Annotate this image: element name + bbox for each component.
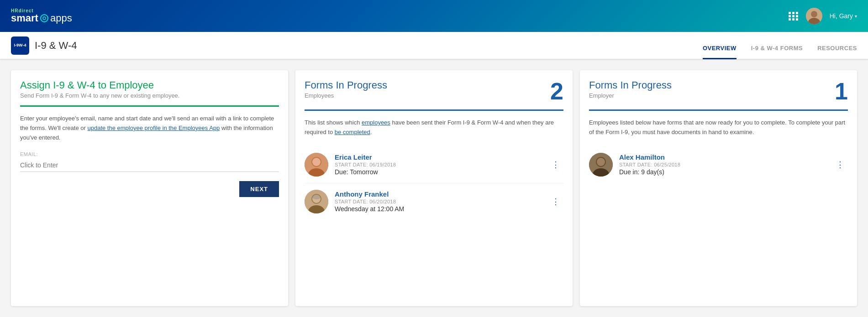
user-greeting[interactable]: Hi, Gary ▾ [830,12,857,20]
logo-circle-icon [40,14,48,22]
more-icon[interactable]: ⋮ [832,158,848,171]
logo-smartapps: smart apps [11,13,72,23]
page-title: I-9 & W-4 [35,40,77,52]
progress-employer-title: Forms In Progress [589,79,672,91]
progress-employer-description: Employees listed below have forms that a… [589,118,848,137]
app-title-area: I-9 W-4 I-9 & W-4 [11,36,77,55]
employee-start-date: START DATE: 06/25/2018 [619,162,832,167]
progress-employer-title-row: Forms In Progress Employer 1 [589,79,848,103]
employee-name: Anthony Frankel [335,190,548,198]
employee-start-date: START DATE: 06/19/2018 [335,162,548,167]
employee-name: Erica Leiter [335,153,548,161]
employee-info: Alex Hamilton START DATE: 06/25/2018 Due… [619,153,832,176]
progress-employer-card: Forms In Progress Employer 1 Employees l… [580,70,857,306]
header-right: Hi, Gary ▾ [789,8,857,24]
progress-employer-subtitle: Employer [589,92,672,99]
chevron-down-icon: ▾ [855,14,857,19]
progress-employer-count: 1 [835,79,848,103]
avatar[interactable] [806,8,822,24]
assign-card-body: Enter your employee's email, name and st… [11,107,288,306]
subheader: I-9 W-4 I-9 & W-4 OVERVIEW I-9 & W-4 FOR… [0,32,868,59]
avatar [305,190,328,213]
grid-icon[interactable] [789,12,799,21]
avatar [589,153,613,177]
more-icon[interactable]: ⋮ [548,158,563,171]
assign-card: Assign I-9 & W-4 to Employee Send Form I… [11,70,288,306]
assign-title-row: Assign I-9 & W-4 to Employee Send Form I… [20,79,279,99]
svg-point-12 [312,195,321,199]
svg-point-16 [597,158,605,166]
progress-employees-count: 2 [550,79,563,103]
tab-resources[interactable]: RESOURCES [817,45,857,59]
svg-point-0 [43,17,46,20]
list-item: Anthony Frankel START DATE: 06/20/2018 W… [305,183,563,220]
progress-employees-description: This list shows which employees have bee… [305,118,563,137]
progress-employees-card: Forms In Progress Employees 2 This list … [295,70,573,306]
tab-overview[interactable]: OVERVIEW [703,45,736,59]
assign-card-subtitle: Send Form I-9 & Form W-4 to any new or e… [20,92,179,99]
avatar [305,153,328,177]
progress-employer-body: Employees listed below have forms that a… [580,111,857,306]
logo-apps-text: apps [50,13,72,23]
logo-area: HRdirect smart apps [11,9,72,23]
logo-smart-text: smart [11,13,38,23]
update-link[interactable]: update the employee profile in the Emplo… [87,125,220,131]
progress-employees-header: Forms In Progress Employees 2 [295,70,573,111]
progress-employees-subtitle: Employees [305,92,387,99]
assign-card-header: Assign I-9 & W-4 to Employee Send Form I… [11,70,288,107]
assign-card-title: Assign I-9 & W-4 to Employee [20,79,179,91]
progress-employees-body: This list shows which employees have bee… [295,111,573,306]
employee-info: Anthony Frankel START DATE: 06/20/2018 W… [335,190,548,213]
employee-name: Alex Hamilton [619,153,832,161]
progress-employees-title: Forms In Progress [305,79,387,91]
svg-point-2 [811,11,817,17]
email-field-group: EMAIL: [20,151,279,172]
tab-forms[interactable]: I-9 & W-4 FORMS [751,45,803,59]
main-content: Assign I-9 & W-4 to Employee Send Form I… [0,59,868,317]
employee-info: Erica Leiter START DATE: 06/19/2018 Due:… [335,153,548,176]
logo-text: HRdirect smart apps [11,9,72,23]
list-item: Erica Leiter START DATE: 06/19/2018 Due:… [305,146,563,183]
email-input[interactable] [20,159,279,172]
assign-description: Enter your employee's email, name and st… [20,114,279,142]
employee-due: Due in: 9 day(s) [619,168,832,176]
employee-due: Due: Tomorrow [335,168,548,176]
email-label: EMAIL: [20,151,279,157]
more-icon[interactable]: ⋮ [548,195,563,208]
employee-start-date: START DATE: 06/20/2018 [335,199,548,204]
progress-employees-title-row: Forms In Progress Employees 2 [305,79,563,103]
app-header: HRdirect smart apps Hi, Gary ▾ [0,0,868,32]
svg-point-7 [312,158,321,166]
app-icon: I-9 W-4 [11,36,29,55]
employee-due: Wednesday at 12:00 AM [335,205,548,213]
next-button[interactable]: NEXT [239,181,279,197]
list-item: Alex Hamilton START DATE: 06/25/2018 Due… [589,146,848,183]
nav-tabs: OVERVIEW I-9 & W-4 FORMS RESOURCES [703,32,857,59]
progress-employer-header: Forms In Progress Employer 1 [580,70,857,111]
